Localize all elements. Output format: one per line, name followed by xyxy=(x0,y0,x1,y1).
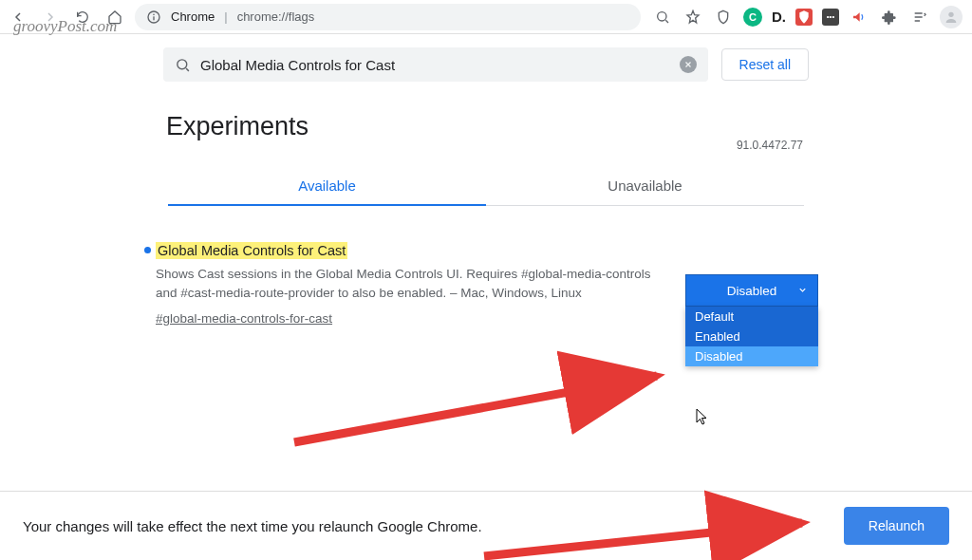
clear-search-button[interactable] xyxy=(680,56,697,73)
relaunch-message: Your changes will take effect the next t… xyxy=(23,518,482,534)
svg-point-5 xyxy=(178,59,187,68)
svg-point-1 xyxy=(153,13,155,15)
svg-rect-2 xyxy=(153,16,154,20)
tab-bar: Available Unavailable xyxy=(168,166,804,206)
flag-item: Global Media Controls for Cast Shows Cas… xyxy=(154,242,818,327)
page-title: Experiments xyxy=(166,112,972,141)
svg-point-0 xyxy=(148,11,159,23)
page-content: Reset all Experiments 91.0.4472.77 Avail… xyxy=(0,34,972,560)
dropdown-selected-label: Disabled xyxy=(727,284,777,298)
watermark-text: groovyPost.com xyxy=(13,17,117,36)
address-site: Chrome xyxy=(171,9,215,24)
reset-all-button[interactable]: Reset all xyxy=(721,48,809,81)
extension-dots-icon[interactable]: ••• xyxy=(822,9,839,26)
svg-line-7 xyxy=(294,376,657,442)
browser-toolbar: Chrome | chrome://flags C D. ••• xyxy=(0,0,972,34)
address-url: chrome://flags xyxy=(237,9,315,24)
reading-list-icon[interactable] xyxy=(909,7,930,28)
cursor-icon xyxy=(696,408,709,425)
flag-title: Global Media Controls for Cast xyxy=(156,242,347,259)
zoom-icon[interactable] xyxy=(652,7,673,28)
chevron-down-icon xyxy=(797,284,808,298)
relaunch-bar: Your changes will take effect the next t… xyxy=(0,492,972,560)
svg-point-4 xyxy=(948,11,953,16)
flag-description: Shows Cast sessions in the Global Media … xyxy=(156,265,666,302)
pocket-icon[interactable] xyxy=(713,7,734,28)
flag-state-dropdown[interactable]: Disabled Default Enabled Disabled xyxy=(685,274,818,327)
svg-point-3 xyxy=(658,11,666,20)
search-icon xyxy=(175,57,191,73)
extensions-puzzle-icon[interactable] xyxy=(879,7,900,28)
tab-available[interactable]: Available xyxy=(168,166,486,205)
tab-unavailable[interactable]: Unavailable xyxy=(486,166,804,205)
dropdown-option-enabled[interactable]: Enabled xyxy=(685,327,818,346)
address-bar[interactable]: Chrome | chrome://flags xyxy=(135,4,641,30)
dropdown-option-disabled[interactable]: Disabled xyxy=(685,346,818,366)
bookmark-star-icon[interactable] xyxy=(682,7,703,28)
relaunch-button[interactable]: Relaunch xyxy=(844,507,949,545)
site-info-icon xyxy=(146,9,161,25)
extension-d-icon[interactable]: D. xyxy=(772,9,786,25)
flag-anchor-link[interactable]: #global-media-controls-for-cast xyxy=(156,311,332,326)
version-label: 91.0.4472.77 xyxy=(737,139,803,152)
dropdown-selected[interactable]: Disabled xyxy=(685,274,818,307)
search-box[interactable] xyxy=(163,47,708,82)
megaphone-icon[interactable] xyxy=(849,7,869,28)
annotation-arrow xyxy=(285,319,683,461)
profile-avatar-icon[interactable] xyxy=(940,6,963,28)
dropdown-option-default[interactable]: Default xyxy=(685,307,818,327)
dropdown-menu: Default Enabled Disabled xyxy=(685,307,818,366)
search-input[interactable] xyxy=(200,57,670,73)
extension-ublock-icon[interactable] xyxy=(795,9,813,26)
extension-c-icon[interactable]: C xyxy=(743,8,762,27)
